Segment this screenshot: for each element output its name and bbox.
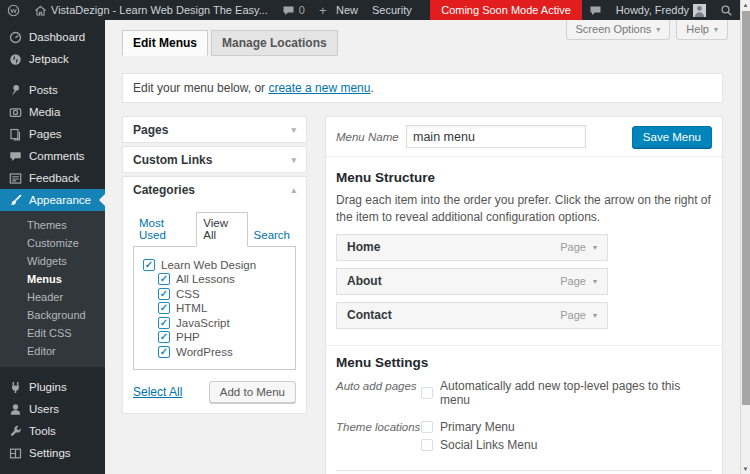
menu-name-row: Menu Name Save Menu: [326, 117, 722, 157]
categories-accordion: Categories ▴ Most Used View All Search ✓…: [122, 176, 307, 414]
menu-structure-help: Drag each item into the order you prefer…: [336, 192, 712, 227]
pushpin-icon: [9, 84, 22, 97]
sidebar-item-posts[interactable]: Posts: [0, 79, 105, 101]
checkbox-checked[interactable]: ✓: [158, 317, 170, 329]
sidebar-item-pages[interactable]: Pages: [0, 123, 105, 145]
checkbox-checked[interactable]: ✓: [158, 288, 170, 300]
sidebar-item-comments[interactable]: Comments: [0, 145, 105, 167]
checkbox-checked[interactable]: ✓: [158, 331, 170, 343]
chevron-down-icon: ▾: [291, 125, 296, 135]
create-new-menu-link[interactable]: create a new menu: [268, 81, 370, 95]
checkbox-checked[interactable]: ✓: [158, 302, 170, 314]
submenu-item-background[interactable]: Background: [0, 306, 105, 324]
custom-links-accordion: Custom Links ▾: [122, 146, 307, 173]
menu-item-home[interactable]: Home Page ▾: [336, 234, 608, 261]
checkbox-checked[interactable]: ✓: [158, 346, 170, 358]
menu-settings-title: Menu Settings: [336, 355, 712, 370]
sidebar-item-dashboard[interactable]: Dashboard: [0, 26, 105, 48]
submenu-item-themes[interactable]: Themes: [0, 216, 105, 234]
scroll-down-icon[interactable]: ▼: [741, 464, 750, 474]
feedback-icon: [9, 172, 22, 185]
feedback-bubble-shortcut[interactable]: [582, 0, 609, 20]
sidebar-separator: [0, 367, 105, 376]
appearance-submenu: Themes Customize Widgets Menus Header Ba…: [0, 211, 105, 367]
menu-item-about[interactable]: About Page ▾: [336, 268, 608, 295]
admin-bar: VistaDezign - Learn Web Design The Easy.…: [0, 0, 740, 20]
chevron-down-icon: ▾: [656, 25, 660, 34]
plugin-icon: [9, 381, 22, 394]
wordpress-logo-icon[interactable]: [0, 0, 27, 20]
admin-search[interactable]: [713, 0, 740, 20]
chevron-down-icon[interactable]: ▾: [593, 243, 597, 252]
chevron-down-icon[interactable]: ▾: [593, 311, 597, 320]
category-row: ✓ All Lessons: [158, 273, 289, 285]
tab-manage-locations[interactable]: Manage Locations: [211, 30, 338, 56]
main-content: Edit Menus Manage Locations Screen Optio…: [105, 20, 740, 474]
social-links-menu-checkbox[interactable]: [421, 439, 433, 451]
category-row: ✓ CSS: [158, 288, 289, 300]
security-menu[interactable]: Security: [365, 0, 419, 20]
sidebar-item-settings[interactable]: Settings: [0, 442, 105, 464]
settings-icon: [9, 447, 22, 460]
plus-icon: +: [319, 4, 332, 17]
coming-soon-badge[interactable]: Coming Soon Mode Active: [430, 0, 582, 20]
comments-shortcut[interactable]: 0: [275, 0, 312, 20]
sidebar-item-plugins[interactable]: Plugins: [0, 376, 105, 398]
site-name: VistaDezign - Learn Web Design The Easy.…: [51, 4, 268, 16]
dashboard-icon: [9, 31, 22, 44]
add-to-menu-button[interactable]: Add to Menu: [209, 381, 296, 403]
screen-options-button[interactable]: Screen Options ▾: [566, 20, 671, 40]
paintbrush-icon: [9, 194, 22, 207]
theme-locations-row: Theme locations Primary Menu Social Link…: [336, 420, 712, 456]
help-button[interactable]: Help ▾: [676, 20, 728, 40]
primary-menu-checkbox[interactable]: [421, 421, 433, 433]
sidebar-item-users[interactable]: Users: [0, 398, 105, 420]
menu-name-input[interactable]: [406, 125, 586, 148]
tab-view-all[interactable]: View All: [196, 212, 247, 247]
tab-search[interactable]: Search: [248, 225, 296, 246]
home-icon: [34, 4, 47, 17]
select-all-link[interactable]: Select All: [133, 385, 182, 399]
howdy-text: Howdy, Freddy: [616, 4, 689, 16]
categories-checklist: ✓ Learn Web Design ✓ All Lessons ✓ CSS: [133, 246, 296, 370]
submenu-item-customize[interactable]: Customize: [0, 234, 105, 252]
tab-most-used[interactable]: Most Used: [133, 213, 196, 246]
categories-tabs: Most Used View All Search: [133, 212, 296, 246]
category-row: ✓ Learn Web Design: [143, 259, 289, 271]
scrollbar-thumb[interactable]: [742, 11, 750, 405]
submenu-item-editor[interactable]: Editor: [0, 342, 105, 360]
custom-links-accordion-header[interactable]: Custom Links ▾: [123, 147, 306, 172]
site-link[interactable]: VistaDezign - Learn Web Design The Easy.…: [27, 0, 275, 20]
sidebar-item-media[interactable]: Media: [0, 101, 105, 123]
sidebar-item-feedback[interactable]: Feedback: [0, 167, 105, 189]
submenu-item-menus[interactable]: Menus: [0, 270, 105, 288]
submenu-item-header[interactable]: Header: [0, 288, 105, 306]
menu-item-contact[interactable]: Contact Page ▾: [336, 302, 608, 329]
sidebar-item-tools[interactable]: Tools: [0, 420, 105, 442]
admin-sidebar: Dashboard Jetpack Posts Media Pages Comm…: [0, 20, 105, 474]
checkbox-checked[interactable]: ✓: [143, 259, 155, 271]
sidebar-item-jetpack[interactable]: Jetpack: [0, 48, 105, 70]
pages-accordion-header[interactable]: Pages ▾: [123, 117, 306, 142]
new-content-menu[interactable]: + New: [312, 0, 365, 20]
save-menu-button-top[interactable]: Save Menu: [632, 126, 712, 148]
comments-icon: [9, 150, 22, 163]
jetpack-icon: [9, 53, 22, 66]
scroll-up-icon[interactable]: ▲: [741, 0, 750, 10]
submenu-item-widgets[interactable]: Widgets: [0, 252, 105, 270]
chevron-down-icon: ▾: [714, 25, 718, 34]
tab-edit-menus[interactable]: Edit Menus: [122, 30, 208, 56]
sidebar-item-appearance[interactable]: Appearance: [0, 189, 105, 211]
submenu-item-edit-css[interactable]: Edit CSS: [0, 324, 105, 342]
security-label: Security: [372, 4, 412, 16]
theme-locations-label: Theme locations: [336, 420, 421, 433]
categories-accordion-header[interactable]: Categories ▴: [123, 177, 306, 202]
account-menu[interactable]: Howdy, Freddy: [609, 0, 713, 20]
category-row: ✓ WordPress: [158, 346, 289, 358]
auto-add-checkbox[interactable]: [421, 387, 433, 399]
checkbox-checked[interactable]: ✓: [158, 273, 170, 285]
chevron-down-icon[interactable]: ▾: [593, 277, 597, 286]
avatar: [693, 4, 706, 17]
sidebar-separator: [0, 70, 105, 79]
page-scrollbar[interactable]: ▲ ▼: [740, 0, 750, 474]
